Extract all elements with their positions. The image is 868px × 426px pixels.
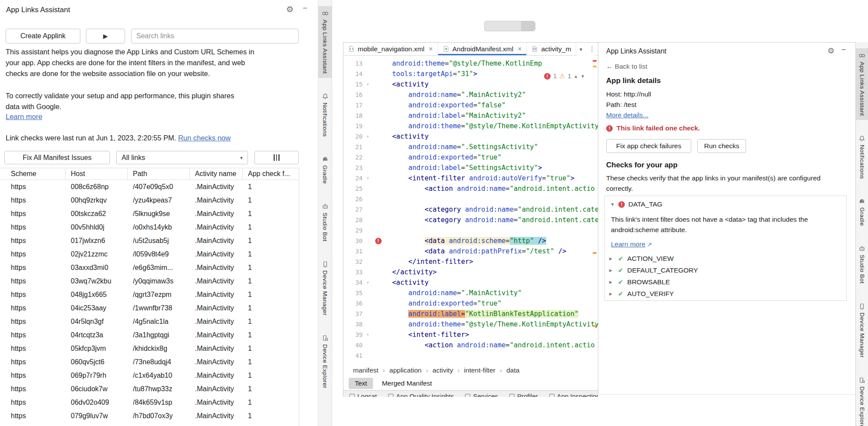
bottom-bar-item[interactable]: Services <box>465 393 498 397</box>
table-row[interactable]: https04rtcqtz3a/3a1hgptqgi.MainActivity1 <box>0 328 299 342</box>
check-item[interactable]: ▶✔ACTION_VIEW <box>609 253 842 264</box>
minimize-icon[interactable]: − <box>303 3 307 13</box>
run-button[interactable]: ▶ <box>86 29 125 43</box>
table-row[interactable]: https00tskcza62/5lknugk9se.MainActivity1 <box>0 207 299 220</box>
editor-mode-tab[interactable]: Text <box>349 378 373 389</box>
code-line[interactable]: 34▾<activity <box>343 277 598 288</box>
code-line[interactable]: 35 android:name=".MainActivity" <box>343 288 598 298</box>
more-details-link[interactable]: More details... <box>606 111 648 119</box>
check-item[interactable]: ▶✔DEFAULT_CATEGORY <box>609 264 842 276</box>
breadcrumb-item[interactable]: manifest <box>353 366 379 374</box>
code-line[interactable]: 20▾<activity <box>343 131 598 142</box>
table-row[interactable]: https069p7r79rh/c1x64yab10.MainActivity1 <box>0 369 299 382</box>
code-line[interactable]: 13android:theme="@style/Theme.KotlinEmp <box>343 58 598 69</box>
column-header[interactable]: Activity name <box>195 170 248 178</box>
fold-chevron-icon[interactable]: ▾ <box>363 173 373 183</box>
column-filter-button[interactable] <box>254 151 299 164</box>
code-line[interactable]: 26 <box>343 194 598 204</box>
tool-strip-tab[interactable]: Notifications <box>318 89 332 141</box>
code-line[interactable]: 17 android:exported="false" <box>343 100 598 110</box>
code-line[interactable]: 39▾ <intent-filter> <box>343 329 598 340</box>
gear-icon[interactable]: ⚙ <box>286 4 294 14</box>
code-line[interactable]: 18 android:label="MainActivity2" <box>343 110 598 121</box>
tool-strip-tab[interactable]: App Links Assistant <box>318 6 332 78</box>
table-row[interactable]: https04r5lqn3gf/4g5nalc1la.MainActivity1 <box>0 315 299 328</box>
tool-strip-tab[interactable]: Device Manager <box>856 299 868 362</box>
minimize-icon[interactable]: − <box>841 45 846 54</box>
links-filter-dropdown[interactable]: All links ▾ <box>116 151 248 164</box>
tool-strip-tab[interactable]: Device Explorer <box>318 331 332 392</box>
tab-options-icon[interactable]: ⋮ <box>589 45 595 53</box>
code-line[interactable]: 19 android:theme="@style/Theme.KotlinEmp… <box>343 121 598 131</box>
fold-chevron-icon[interactable]: ▾ <box>363 79 373 90</box>
column-header[interactable]: Scheme <box>11 170 71 178</box>
table-row[interactable]: https00hq9zrkqv/yzu4kpeas7.MainActivity1 <box>0 193 299 207</box>
bottom-bar-item[interactable]: App Quality Insights <box>388 393 454 397</box>
code-line[interactable]: 22 android:exported="true" <box>343 152 598 163</box>
table-row[interactable]: https008c6z68np/407e09q5x0.MainActivity1 <box>0 180 299 193</box>
fix-all-manifest-issues-button[interactable]: Fix All Manifest Issues <box>4 151 110 164</box>
table-row[interactable]: https02jv21zzmc/l059v8t4e9.MainActivity1 <box>0 247 299 261</box>
failed-check-row[interactable]: ▼ ! DATA_TAG <box>610 200 662 208</box>
run-checks-now-link[interactable]: Run checks now <box>178 134 231 142</box>
code-line[interactable]: 23 android:label="SettingsActivity"> <box>343 163 598 173</box>
table-row[interactable]: https060qv5jct6/73ne8udqj4.MainActivity1 <box>0 355 299 369</box>
table-row[interactable]: https017jwlxzn6/u5t2usab5j.MainActivity1 <box>0 234 299 247</box>
inspection-widget[interactable]: ! 1 ⚠ 1 ▲ ▼ <box>542 72 587 80</box>
table-row[interactable]: https04ic253aay/1wwnfbr738.MainActivity1 <box>0 301 299 315</box>
column-header[interactable]: App check f... <box>248 170 299 178</box>
code-line[interactable]: 29 <box>343 225 598 236</box>
next-issue-chevron-icon[interactable]: ▼ <box>581 74 585 79</box>
code-line[interactable]: 40 <action android:name="android.intent.… <box>343 340 598 350</box>
code-line[interactable]: 31 <data android:pathPrefix="/test" /> <box>343 246 598 256</box>
hidden-tabs-chevron-icon[interactable]: ▾ <box>579 46 582 53</box>
fold-chevron-icon[interactable]: ▾ <box>363 277 373 288</box>
table-row[interactable]: https048jg1x665/qgrt37ezpm.MainActivity1 <box>0 288 299 301</box>
warning-stripe-mark[interactable] <box>593 66 597 67</box>
close-icon[interactable]: × <box>518 45 521 53</box>
breadcrumb-item[interactable]: data <box>506 366 519 374</box>
tool-strip-tab[interactable]: Studio Bot <box>856 241 868 287</box>
table-row[interactable]: https079g9luv7w/h7bd07ox3y.MainActivity1 <box>0 409 299 423</box>
code-line[interactable]: 15▾<activity <box>343 79 598 90</box>
learn-more-link[interactable]: Learn more <box>6 113 42 121</box>
code-line[interactable]: 33</activity> <box>343 267 598 277</box>
close-icon[interactable]: × <box>429 45 432 53</box>
breadcrumb-item[interactable]: application <box>389 366 422 374</box>
table-row[interactable]: https05kfcp3jvm/khidckix8g.MainActivity1 <box>0 342 299 355</box>
bottom-bar-item[interactable]: App Inspection <box>549 393 598 397</box>
tool-strip-tab[interactable]: Gradle <box>856 194 868 230</box>
fix-app-check-failures-button[interactable]: Fix app check failures <box>606 139 691 153</box>
code-line[interactable]: 28 <category android:name="android.inten… <box>343 215 598 225</box>
column-header[interactable]: Path <box>133 170 195 178</box>
check-item[interactable]: ▶✔AUTO_VERIFY <box>609 288 842 300</box>
warning-stripe-mark[interactable] <box>593 252 597 254</box>
tool-strip-tab[interactable]: Device Explorer <box>856 373 868 426</box>
code-line[interactable]: 24▾ <intent-filter android:autoVerify="t… <box>343 173 598 183</box>
table-row[interactable]: https03axxd3mi0/e6g63mim....MainActivity… <box>0 261 299 274</box>
code-line[interactable]: 36 android:exported="true" <box>343 298 598 309</box>
fold-chevron-icon[interactable]: ▾ <box>363 329 373 340</box>
search-links-input[interactable] <box>131 29 299 43</box>
prev-issue-chevron-icon[interactable]: ▲ <box>574 74 578 79</box>
table-row[interactable]: https03wq7w2kbu/y0qqimaw3s.MainActivity1 <box>0 274 299 288</box>
column-header[interactable]: Host <box>71 170 133 178</box>
editor-tab[interactable]: AndroidManifest.xml× <box>438 43 527 55</box>
editor-mode-tab[interactable]: Merged Manifest <box>376 378 438 389</box>
fold-chevron-icon[interactable]: ▾ <box>363 131 373 142</box>
table-row[interactable]: https06ciudok7w/tu87hwp33z.MainActivity1 <box>0 382 299 396</box>
learn-more-link[interactable]: Learn more ↗ <box>611 240 652 248</box>
tool-strip-tab[interactable]: Device Manager <box>318 257 332 320</box>
code-line[interactable]: 21 android:name=".SettingsActivity" <box>343 142 598 152</box>
code-line[interactable]: 38 android:theme="@style/Theme.KotlinEmp… <box>343 319 598 329</box>
run-checks-button[interactable]: Run checks <box>697 139 746 153</box>
code-line[interactable]: 32 </intent-filter> <box>343 256 598 267</box>
code-line[interactable]: 27 <category android:name="android.inten… <box>343 204 598 215</box>
tool-strip-tab[interactable]: Gradle <box>318 152 332 188</box>
editor-tab[interactable]: activity_m <box>527 43 576 55</box>
create-applink-button[interactable]: Create Applink <box>6 29 80 43</box>
code-line[interactable]: 37 android:label="KotlinBlankTestApplica… <box>343 309 598 319</box>
warning-stripe-mark[interactable] <box>593 325 597 327</box>
code-line[interactable]: 16 android:name=".MainActivity2" <box>343 90 598 100</box>
editor-tab[interactable]: mobile_navigation.xml× <box>343 43 438 55</box>
